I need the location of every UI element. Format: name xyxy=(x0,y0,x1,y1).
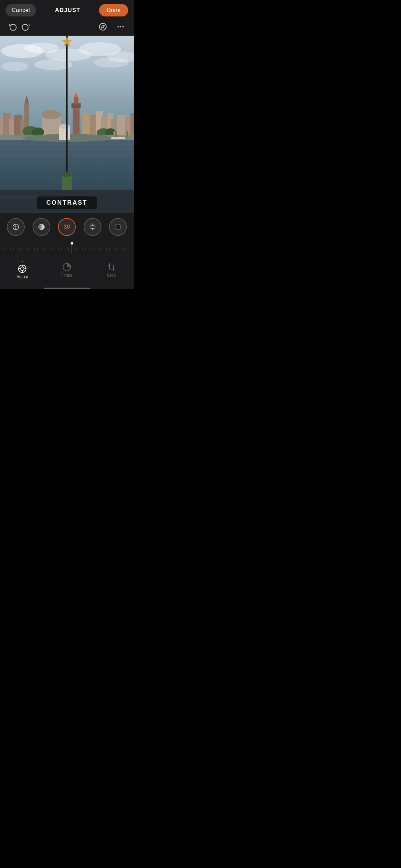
adjustment-icons-row: 30 xyxy=(0,213,134,239)
svg-point-49 xyxy=(59,124,70,129)
crop-nav-icon xyxy=(107,263,116,272)
exposure-icon-button[interactable] xyxy=(7,218,25,236)
crop-nav-label: Crop xyxy=(107,273,116,278)
svg-point-55 xyxy=(62,172,72,177)
tick-marks-svg xyxy=(3,241,130,254)
compass-icon xyxy=(99,23,107,31)
nav-item-crop[interactable]: Crop xyxy=(99,263,123,278)
nav-item-adjust[interactable]: Adjust xyxy=(10,261,34,279)
blackpoint-icon xyxy=(113,222,122,231)
contrast-icon-button[interactable]: 30 xyxy=(58,218,76,236)
svg-point-2 xyxy=(118,26,119,27)
svg-point-13 xyxy=(94,58,129,68)
blackpoint-icon-button[interactable] xyxy=(109,218,127,236)
adjust-active-dot xyxy=(22,261,23,262)
scene-illustration xyxy=(0,36,134,213)
svg-line-71 xyxy=(94,228,95,229)
contrast-value: 30 xyxy=(64,224,70,230)
svg-point-96 xyxy=(71,242,73,245)
svg-point-11 xyxy=(1,62,28,71)
svg-line-73 xyxy=(90,228,91,229)
svg-rect-35 xyxy=(131,113,134,136)
done-button[interactable]: Done xyxy=(99,4,128,16)
brightness-icon xyxy=(88,222,97,231)
svg-point-63 xyxy=(38,224,44,230)
slider-track[interactable] xyxy=(0,241,134,254)
brightness-icon-button[interactable] xyxy=(84,218,101,236)
compass-button[interactable] xyxy=(97,21,109,33)
undo-button[interactable] xyxy=(7,21,19,33)
svg-point-115 xyxy=(21,267,24,270)
more-button[interactable] xyxy=(114,21,127,33)
svg-point-0 xyxy=(99,23,106,30)
svg-rect-56 xyxy=(107,135,134,137)
home-indicator xyxy=(44,288,90,289)
adjust-nav-icon xyxy=(18,264,27,273)
contrast-overlay-label: CONTRAST xyxy=(37,196,97,209)
more-icon xyxy=(117,23,125,31)
filters-nav-icon xyxy=(62,263,71,272)
filters-nav-label: Filters xyxy=(61,273,73,278)
slider-area[interactable] xyxy=(0,239,134,258)
adjust-nav-label: Adjust xyxy=(16,275,28,279)
slider-ticks[interactable] xyxy=(3,243,130,252)
tools-bar xyxy=(0,19,134,36)
exposure-icon xyxy=(11,222,20,231)
svg-line-72 xyxy=(94,225,95,226)
bottom-nav: Adjust Filters Crop xyxy=(0,258,134,286)
svg-point-65 xyxy=(91,225,94,228)
page-title: ADJUST xyxy=(55,7,80,14)
top-bar: Cancel ADJUST Done xyxy=(0,0,134,19)
svg-rect-57 xyxy=(115,131,117,137)
svg-point-22 xyxy=(42,110,61,119)
svg-rect-25 xyxy=(74,97,78,104)
brilliance-icon xyxy=(37,222,46,231)
svg-point-4 xyxy=(122,26,124,27)
svg-rect-46 xyxy=(30,171,127,171)
svg-rect-45 xyxy=(0,163,69,164)
image-area: CONTRAST xyxy=(0,36,134,213)
undo-icon xyxy=(9,23,17,31)
app-container: Cancel ADJUST Done xyxy=(0,0,134,289)
nav-item-filters[interactable]: Filters xyxy=(55,263,79,278)
cancel-button[interactable]: Cancel xyxy=(5,4,36,16)
photo-background xyxy=(0,36,134,213)
svg-marker-1 xyxy=(101,25,104,28)
redo-button[interactable] xyxy=(19,21,32,33)
svg-rect-23 xyxy=(73,105,80,136)
svg-line-70 xyxy=(90,225,91,226)
brilliance-icon-button[interactable] xyxy=(33,218,50,236)
svg-rect-58 xyxy=(127,131,129,137)
svg-point-3 xyxy=(120,26,121,27)
redo-icon xyxy=(21,23,29,31)
svg-point-74 xyxy=(115,224,121,230)
